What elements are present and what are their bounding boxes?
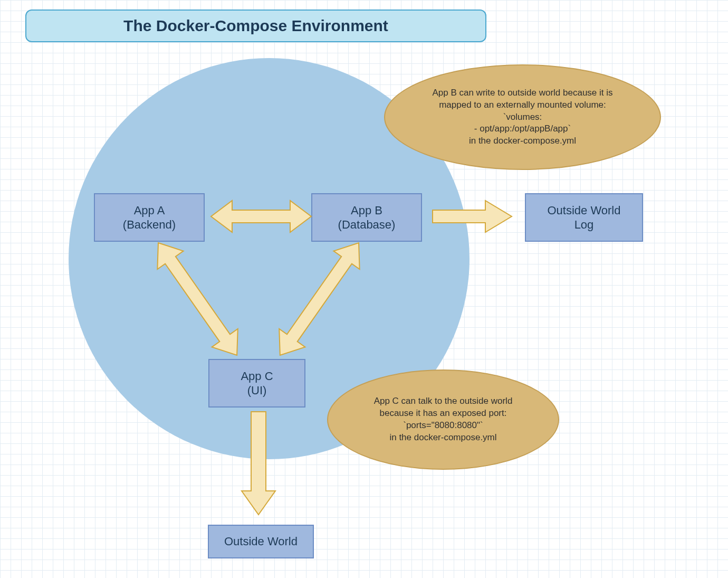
- node-app-b: App B (Database): [311, 193, 422, 242]
- node-outside-world-log: Outside World Log: [525, 193, 643, 242]
- node-app-a: App A (Backend): [94, 193, 205, 242]
- node-app-c: App C (UI): [208, 359, 305, 408]
- note-app-b-volume: App B can write to outside world because…: [384, 64, 661, 170]
- note-app-c-port: App C can talk to the outside world beca…: [327, 369, 559, 470]
- diagram-title: The Docker-Compose Environment: [25, 10, 486, 42]
- node-outside-world: Outside World: [208, 525, 314, 558]
